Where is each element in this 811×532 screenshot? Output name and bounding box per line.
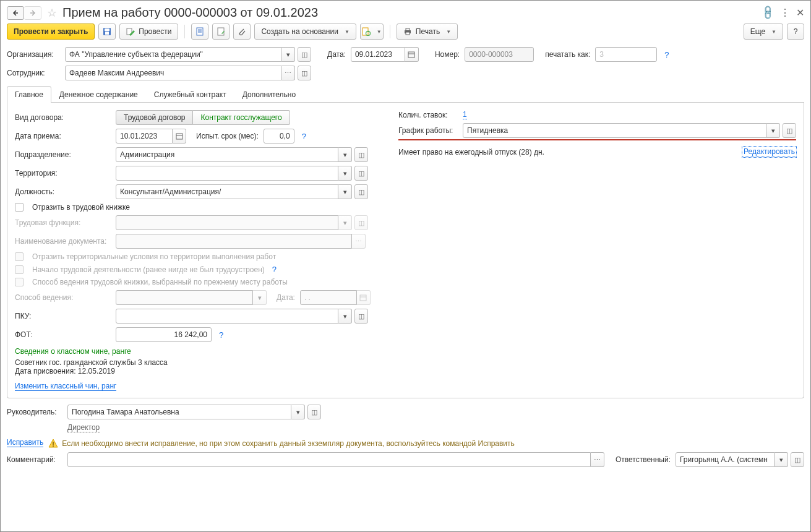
dropdown-button[interactable]: ▾ xyxy=(338,147,352,162)
nav-back-button[interactable] xyxy=(7,6,24,20)
date-input[interactable]: 09.01.2023 xyxy=(351,47,405,62)
doc-green-button[interactable] xyxy=(212,24,230,40)
kebab-menu-icon[interactable]: ⋮ xyxy=(780,7,790,19)
dropdown-button[interactable]: ▾ xyxy=(281,47,295,62)
svg-rect-3 xyxy=(105,28,109,31)
contract-type-labor[interactable]: Трудовой договор xyxy=(116,110,193,125)
contract-type-gov[interactable]: Контракт госслужащего xyxy=(193,110,290,125)
post-and-close-label: Провести и закрыть xyxy=(14,27,88,36)
hire-date-value: 10.01.2023 xyxy=(120,132,157,140)
open-button[interactable]: ◫ xyxy=(791,452,804,467)
create-based-label: Создать на основании xyxy=(261,27,338,36)
print-label: Печать xyxy=(416,27,440,36)
post-and-close-button[interactable]: Провести и закрыть xyxy=(7,24,95,40)
responsible-value: Григорьянц А.А. (системн xyxy=(680,455,768,464)
labor-function-label: Трудовая функция: xyxy=(15,218,111,227)
nav-forward-button[interactable] xyxy=(24,6,41,20)
org-input[interactable]: ФА "Управление субъекта федерации" xyxy=(65,47,281,62)
manager-position-link[interactable]: Директор xyxy=(67,423,100,432)
stake-count-link[interactable]: 1 xyxy=(463,110,467,119)
open-button: ◫ xyxy=(354,215,368,230)
more-button[interactable]: Еще▼ xyxy=(744,24,783,40)
post-button[interactable]: Провести xyxy=(119,24,178,40)
fot-value: 16 242,00 xyxy=(174,330,207,339)
tabs: Главное Денежное содержание Служебный ко… xyxy=(7,85,804,103)
link-icon[interactable]: 🔗 xyxy=(759,4,776,22)
schedule-input[interactable]: Пятидневка xyxy=(463,123,766,138)
fot-input[interactable]: 16 242,00 xyxy=(116,327,212,342)
employee-input[interactable]: Фадеев Максим Андреевич xyxy=(65,66,281,80)
org-label: Организация: xyxy=(7,50,60,59)
print-as-input[interactable]: 3 xyxy=(595,47,657,62)
open-button[interactable]: ◫ xyxy=(307,405,321,419)
schedule-label: График работы: xyxy=(398,126,458,135)
date-label: Дата: xyxy=(327,50,346,59)
close-icon[interactable]: ✕ xyxy=(796,7,804,19)
trial-input[interactable]: 0,0 xyxy=(264,129,294,144)
open-button[interactable]: ◫ xyxy=(354,184,368,199)
more-label: Еще xyxy=(750,27,765,36)
ellipsis-button[interactable]: ⋯ xyxy=(591,452,604,467)
change-rank-link[interactable]: Изменить классный чин, ранг xyxy=(15,382,116,391)
post-label: Провести xyxy=(139,27,171,36)
attach-button[interactable] xyxy=(233,24,251,40)
help-icon[interactable]: ? xyxy=(272,265,277,274)
dropdown-button[interactable]: ▾ xyxy=(775,452,788,467)
manager-input[interactable]: Погодина Тамара Анатольевна xyxy=(67,405,291,419)
svg-rect-16 xyxy=(408,52,414,58)
dropdown-button[interactable]: ▾ xyxy=(338,166,352,181)
help-button[interactable]: ? xyxy=(787,24,804,40)
fix-link[interactable]: Исправить xyxy=(7,438,43,447)
fix-text: Если необходимо внести исправление, но п… xyxy=(62,439,515,448)
calendar-button[interactable] xyxy=(173,129,186,144)
open-button[interactable]: ◫ xyxy=(298,47,311,62)
separator xyxy=(390,25,390,38)
doc-refresh-button[interactable]: ▼ xyxy=(360,24,384,40)
hire-date-input[interactable]: 10.01.2023 xyxy=(116,129,173,144)
svg-rect-6 xyxy=(197,28,203,35)
tab-extra[interactable]: Дополнительно xyxy=(234,86,304,103)
method-date-label: Дата: xyxy=(277,293,295,302)
save-button[interactable] xyxy=(98,24,116,40)
reflect-labor-book-checkbox[interactable] xyxy=(15,203,24,212)
dropdown-button[interactable]: ▾ xyxy=(291,405,305,419)
help-icon[interactable]: ? xyxy=(219,330,223,340)
doc-blue-button[interactable] xyxy=(191,24,208,40)
rank-line2: Дата присвоения: 12.05.2019 xyxy=(15,367,374,375)
territory-input[interactable] xyxy=(116,166,338,181)
employee-value: Фадеев Максим Андреевич xyxy=(69,69,164,77)
number-value: 0000-000003 xyxy=(469,50,513,59)
calendar-button[interactable] xyxy=(405,47,419,62)
favorite-star-icon[interactable]: ☆ xyxy=(45,6,59,20)
rank-heading: Сведения о классном чине, ранге xyxy=(15,347,374,356)
responsible-input[interactable]: Григорьянц А.А. (системн xyxy=(676,452,775,467)
print-button[interactable]: Печать▼ xyxy=(397,24,458,40)
vacation-edit-link[interactable]: Редактировать xyxy=(742,147,796,157)
warning-icon xyxy=(48,439,58,448)
open-button[interactable]: ◫ xyxy=(783,123,796,138)
open-button[interactable]: ◫ xyxy=(354,309,368,324)
tab-main[interactable]: Главное xyxy=(7,86,51,103)
ellipsis-button[interactable]: ⋯ xyxy=(281,66,295,80)
open-button[interactable]: ◫ xyxy=(354,166,368,181)
open-button[interactable]: ◫ xyxy=(298,66,311,80)
dropdown-button[interactable]: ▾ xyxy=(338,309,352,324)
manager-value: Погодина Тамара Анатольевна xyxy=(72,408,179,416)
dropdown-button[interactable]: ▾ xyxy=(766,123,780,138)
comment-input[interactable] xyxy=(67,452,591,467)
number-input: 0000-000003 xyxy=(465,47,534,62)
division-value: Администрация xyxy=(120,150,174,159)
pku-input[interactable] xyxy=(116,309,338,324)
create-based-button[interactable]: Создать на основании▼ xyxy=(254,24,356,40)
help-icon[interactable]: ? xyxy=(302,132,306,141)
reflect-territory-checkbox xyxy=(15,252,24,261)
division-input[interactable]: Администрация xyxy=(116,147,338,162)
help-icon[interactable]: ? xyxy=(664,50,669,59)
position-input[interactable]: Консультант/Администрация/ xyxy=(116,184,338,199)
open-button[interactable]: ◫ xyxy=(354,147,368,162)
dropdown-button[interactable]: ▾ xyxy=(338,184,352,199)
highlight-underline xyxy=(398,139,796,140)
tab-contract[interactable]: Служебный контракт xyxy=(146,86,234,103)
tab-money[interactable]: Денежное содержание xyxy=(51,86,146,103)
separator xyxy=(184,25,185,38)
